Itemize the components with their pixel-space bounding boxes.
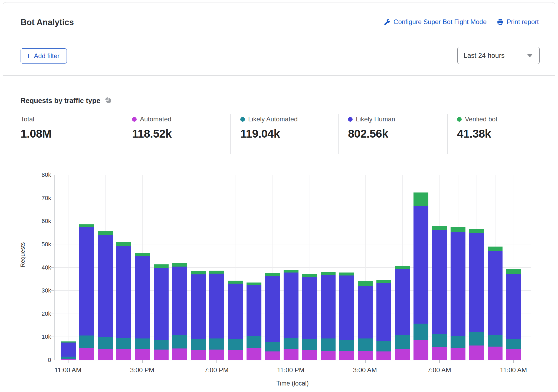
stat-automated-label: Automated — [140, 115, 171, 123]
bar-600am-19[interactable] — [413, 192, 428, 360]
bar-segment-likely-human — [451, 232, 465, 336]
bar-400am-17[interactable] — [376, 280, 391, 360]
bar-segment-verified-bot — [432, 226, 447, 230]
time-range-dropdown[interactable]: Last 24 hours — [457, 47, 540, 64]
bar-segment-likely-automated — [284, 338, 298, 349]
bar-segment-automated — [302, 350, 317, 360]
bar-segment-likely-automated — [339, 340, 354, 351]
bar-1200pm-1[interactable] — [79, 224, 94, 360]
stat-divider — [338, 114, 339, 154]
gridline-h — [55, 198, 531, 198]
bar-800pm-9[interactable] — [228, 281, 243, 360]
bar-segment-likely-automated — [321, 338, 336, 351]
y-tick-mark — [51, 314, 54, 314]
bar-segment-automated — [209, 350, 224, 360]
bar-segment-likely-human — [172, 267, 187, 335]
bar-segment-verified-bot — [358, 281, 373, 286]
bar-1200am-13[interactable] — [302, 274, 317, 360]
bar-segment-verified-bot — [469, 229, 484, 233]
bar-600pm-7[interactable] — [191, 271, 206, 360]
plus-icon: + — [26, 53, 31, 59]
bar-segment-automated — [321, 351, 336, 360]
bar-1000am-23[interactable] — [488, 247, 503, 360]
y-axis-ticks: 010k20k30k40k50k60k70k80k — [3, 175, 51, 360]
chevron-down-icon — [527, 54, 533, 57]
bar-segment-likely-human — [247, 285, 261, 336]
bar-segment-automated — [506, 349, 521, 360]
stat-likely-human-label: Likely Human — [356, 115, 395, 123]
bar-segment-verified-bot — [228, 281, 243, 284]
likely-human-legend-dot — [348, 117, 353, 122]
stat-divider — [230, 114, 231, 154]
bar-segment-likely-human — [116, 246, 131, 338]
bar-500pm-6[interactable] — [172, 263, 187, 360]
bar-500am-18[interactable] — [395, 266, 410, 360]
bar-segment-automated — [135, 349, 150, 360]
bar-segment-likely-automated — [488, 335, 503, 347]
configure-link-label: Configure Super Bot Fight Mode — [393, 18, 487, 26]
stat-likely-automated: Likely Automated 119.04k — [240, 115, 298, 140]
bar-400pm-5[interactable] — [154, 264, 169, 360]
print-report-link[interactable]: Print report — [497, 18, 539, 26]
bar-segment-automated — [79, 348, 94, 360]
configure-super-bot-fight-mode-link[interactable]: Configure Super Bot Fight Mode — [383, 18, 487, 26]
bar-100am-14[interactable] — [321, 272, 336, 360]
x-tick-label: 11:00 PM — [277, 366, 304, 374]
bar-segment-verified-bot — [395, 266, 410, 269]
bar-segment-likely-human — [265, 276, 280, 341]
bar-200am-15[interactable] — [339, 272, 354, 360]
bar-segment-likely-human — [413, 206, 428, 323]
printer-icon — [497, 18, 504, 25]
y-tick-label: 20k — [3, 311, 51, 317]
bar-1100pm-12[interactable] — [284, 270, 298, 360]
bar-segment-automated — [98, 349, 113, 360]
bar-segment-automated — [154, 350, 169, 360]
bar-300pm-4[interactable] — [135, 253, 150, 360]
bar-segment-likely-automated — [358, 338, 373, 351]
add-filter-button[interactable]: + Add filter — [21, 48, 67, 64]
bar-segment-likely-human — [321, 275, 336, 339]
bar-segment-automated — [451, 348, 465, 360]
y-tick-label: 10k — [3, 334, 51, 340]
bar-900pm-10[interactable] — [247, 283, 261, 360]
bar-segment-likely-automated — [209, 338, 224, 350]
bar-100pm-2[interactable] — [98, 231, 113, 360]
stat-divider — [123, 114, 123, 154]
y-tick-label: 70k — [3, 195, 51, 201]
bar-segment-likely-automated — [116, 338, 131, 349]
bar-segment-likely-automated — [395, 335, 410, 349]
stat-verified-bot-value: 41.38k — [457, 127, 497, 140]
bar-segment-verified-bot — [61, 341, 76, 343]
bar-segment-verified-bot — [339, 273, 354, 275]
wrench-icon — [383, 18, 391, 26]
bar-segment-likely-human — [98, 235, 113, 337]
bar-300am-16[interactable] — [358, 281, 373, 360]
bar-segment-automated — [413, 340, 428, 360]
x-tick-mark — [216, 360, 217, 363]
y-tick-label: 40k — [3, 264, 51, 271]
x-tick-mark — [291, 360, 291, 363]
stat-automated: Automated 118.52k — [132, 115, 172, 140]
bar-200pm-3[interactable] — [116, 242, 131, 360]
y-tick-mark — [51, 221, 54, 221]
bar-segment-likely-human — [154, 268, 169, 340]
bar-segment-automated — [284, 349, 298, 360]
bar-700am-20[interactable] — [432, 226, 447, 360]
bar-1100am-0[interactable] — [61, 341, 76, 360]
x-tick-mark — [513, 360, 514, 363]
bar-segment-likely-human — [209, 274, 224, 338]
stat-likely-automated-value: 119.04k — [240, 127, 298, 140]
x-tick-mark — [439, 360, 440, 363]
stat-total: Total 1.08M — [21, 115, 51, 140]
bar-segment-verified-bot — [451, 227, 465, 232]
section-title: Requests by traffic type — [21, 97, 100, 105]
bar-700pm-8[interactable] — [209, 271, 224, 360]
bar-1100am-24[interactable] — [506, 269, 521, 360]
bar-segment-likely-human — [506, 274, 521, 339]
bar-1000pm-11[interactable] — [265, 273, 280, 360]
bar-segment-likely-human — [469, 233, 484, 332]
bar-900am-22[interactable] — [469, 229, 484, 360]
bar-800am-21[interactable] — [451, 227, 465, 360]
bar-segment-likely-human — [228, 284, 243, 339]
bar-segment-automated — [376, 351, 391, 360]
